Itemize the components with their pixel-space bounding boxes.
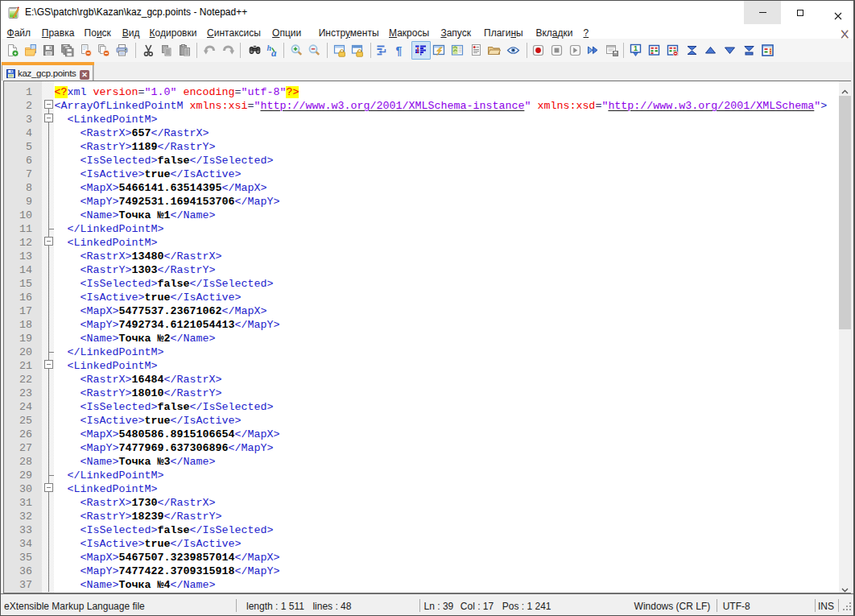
svg-text:¶: ¶ xyxy=(395,44,402,57)
svg-text:1: 1 xyxy=(634,44,638,52)
